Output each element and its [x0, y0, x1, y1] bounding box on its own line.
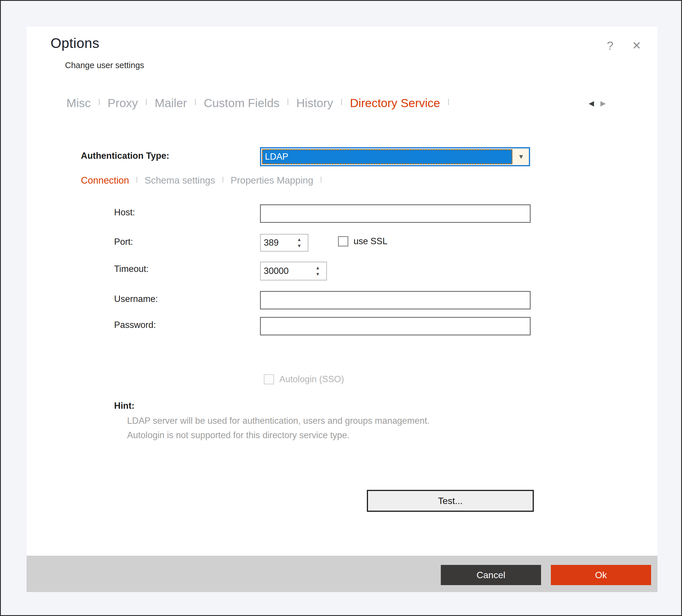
tab-strip: Misc | Proxy | Mailer | Custom Fields | … — [66, 96, 450, 110]
timeout-value[interactable]: 30000 — [261, 266, 311, 276]
authentication-type-label: Authentication Type: — [81, 151, 169, 161]
autologin-label: Autologin (SSO) — [279, 374, 344, 384]
tab-misc[interactable]: Misc — [66, 96, 91, 110]
tab-separator: | — [98, 97, 100, 105]
host-field[interactable] — [260, 204, 531, 223]
help-icon[interactable]: ? — [601, 37, 619, 54]
tab-scroll-left-icon[interactable]: ◀ — [589, 99, 594, 108]
port-label: Port: — [114, 237, 133, 247]
spinner-up-icon[interactable]: ▲ — [315, 266, 320, 270]
chevron-down-icon[interactable]: ▼ — [513, 148, 529, 165]
page-subtitle: Change user settings — [65, 61, 144, 70]
port-stepper[interactable]: 389 ▲ ▼ — [260, 234, 309, 252]
options-dialog-screen: { "window": { "title": "Options", "subti… — [0, 0, 682, 616]
tab-history[interactable]: History — [296, 96, 333, 110]
timeout-stepper[interactable]: 30000 ▲ ▼ — [260, 262, 327, 281]
spinner-up-icon[interactable]: ▲ — [297, 238, 301, 242]
port-stepper-arrows: ▲ ▼ — [293, 238, 306, 248]
subtab-properties-mapping[interactable]: Properties Mapping — [230, 175, 313, 186]
spinner-down-icon[interactable]: ▼ — [297, 244, 301, 248]
subtab-connection[interactable]: Connection — [81, 175, 129, 186]
subtab-separator: | — [222, 175, 224, 183]
spinner-down-icon[interactable]: ▼ — [315, 272, 320, 276]
subtab-separator: | — [320, 175, 322, 183]
dialog-footer: Cancel Ok — [27, 556, 657, 592]
use-ssl-row: use SSL — [338, 236, 387, 246]
tab-separator: | — [287, 97, 289, 105]
autologin-checkbox — [264, 374, 274, 384]
hint-line: LDAP server will be used for authenticat… — [127, 416, 430, 426]
tab-separator: | — [145, 97, 147, 105]
tab-separator: | — [341, 97, 342, 105]
tab-mailer[interactable]: Mailer — [155, 96, 187, 110]
tab-scroll-arrows: ◀ ▶ — [589, 99, 606, 108]
timeout-stepper-arrows: ▲ ▼ — [311, 266, 324, 276]
password-field[interactable] — [260, 317, 531, 335]
ok-button[interactable]: Ok — [551, 565, 651, 585]
username-field[interactable] — [260, 291, 531, 309]
tab-directory-service[interactable]: Directory Service — [350, 96, 440, 110]
timeout-label: Timeout: — [114, 264, 149, 274]
host-label: Host: — [114, 207, 135, 218]
tab-scroll-right-icon[interactable]: ▶ — [600, 99, 606, 108]
options-dialog: Options Change user settings ? ✕ Misc | … — [27, 27, 657, 592]
hint-line: Autologin is not supported for this dire… — [127, 430, 349, 441]
authentication-type-selected-value: LDAP — [262, 149, 513, 164]
use-ssl-label: use SSL — [354, 236, 387, 246]
authentication-type-dropdown[interactable]: LDAP ▼ — [260, 147, 530, 166]
autologin-row: Autologin (SSO) — [264, 374, 344, 384]
subtab-separator: | — [136, 175, 138, 183]
hint-title: Hint: — [114, 401, 135, 411]
port-value[interactable]: 389 — [261, 238, 293, 248]
tab-proxy[interactable]: Proxy — [108, 96, 138, 110]
password-label: Password: — [114, 320, 156, 330]
cancel-button[interactable]: Cancel — [441, 565, 541, 585]
subtab-schema-settings[interactable]: Schema settings — [145, 175, 215, 186]
test-button[interactable]: Test... — [367, 490, 534, 512]
subtab-strip: Connection | Schema settings | Propertie… — [81, 175, 322, 186]
tab-separator: | — [195, 97, 196, 105]
tab-custom-fields[interactable]: Custom Fields — [204, 96, 279, 110]
use-ssl-checkbox[interactable] — [338, 236, 348, 246]
close-icon[interactable]: ✕ — [628, 37, 645, 54]
tab-separator: | — [448, 97, 450, 105]
username-label: Username: — [114, 294, 158, 304]
page-title: Options — [50, 35, 99, 51]
